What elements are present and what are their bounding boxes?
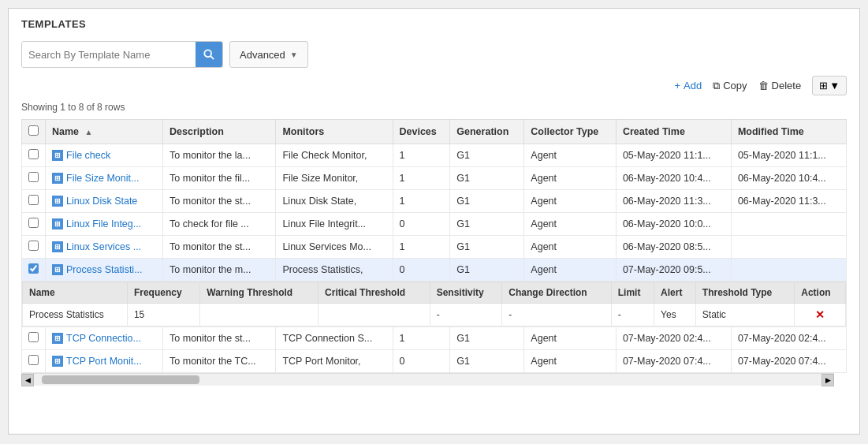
table-wrapper[interactable]: Name ▲ Description Monitors Devices Gene… bbox=[21, 119, 847, 373]
template-icon: ⊞ bbox=[52, 241, 63, 252]
scroll-right-arrow[interactable]: ▶ bbox=[821, 374, 834, 386]
add-button[interactable]: + Add bbox=[674, 80, 702, 91]
row-generation-cell: G1 bbox=[450, 259, 524, 282]
row-checkbox[interactable] bbox=[28, 355, 39, 365]
plus-icon: + bbox=[674, 80, 680, 91]
header-created-time[interactable]: Created Time bbox=[616, 120, 731, 144]
template-name-link[interactable]: ⊞ Linux File Integ... bbox=[52, 218, 156, 229]
header-checkbox-col bbox=[22, 120, 46, 144]
row-modified-time-cell: 06-May-2020 11:3... bbox=[731, 190, 846, 213]
row-monitors-cell: File Check Monitor, bbox=[276, 144, 393, 167]
row-created-time-cell: 06-May-2020 10:0... bbox=[616, 213, 731, 236]
row-count: Showing 1 to 8 of 8 rows bbox=[21, 102, 847, 113]
template-name: TCP Port Monit... bbox=[66, 356, 142, 367]
delete-monitor-button[interactable]: ✕ bbox=[815, 308, 825, 321]
expanded-col-header: Limit bbox=[611, 282, 654, 304]
horizontal-scrollbar[interactable]: ◀ ▶ bbox=[21, 373, 834, 386]
page-title: TEMPLATES bbox=[21, 18, 847, 30]
grid-view-button[interactable]: ⊞ ▼ bbox=[812, 76, 847, 95]
row-modified-time-cell bbox=[731, 213, 846, 236]
row-description-cell: To monitor the st... bbox=[163, 190, 276, 213]
search-button[interactable] bbox=[196, 42, 222, 67]
expanded-data-cell: - bbox=[502, 304, 611, 326]
template-name-link[interactable]: ⊞ TCP Connectio... bbox=[52, 333, 156, 344]
row-checkbox[interactable] bbox=[28, 241, 39, 251]
header-generation[interactable]: Generation bbox=[450, 120, 524, 144]
search-input[interactable] bbox=[22, 42, 196, 67]
row-checkbox[interactable] bbox=[28, 263, 39, 274]
h-scroll-track bbox=[34, 374, 821, 386]
copy-button[interactable]: ⧉ Copy bbox=[713, 80, 747, 92]
row-checkbox[interactable] bbox=[28, 149, 39, 159]
header-name[interactable]: Name ▲ bbox=[46, 120, 163, 144]
template-icon: ⊞ bbox=[52, 356, 63, 367]
row-description-cell: To monitor the TC... bbox=[163, 350, 276, 373]
expanded-col-header: Name bbox=[23, 282, 128, 304]
row-collector-type-cell: Agent bbox=[524, 213, 617, 236]
row-modified-time-cell: 06-May-2020 10:4... bbox=[731, 167, 846, 190]
expanded-col-header: Alert bbox=[654, 282, 696, 304]
row-generation-cell: G1 bbox=[450, 190, 524, 213]
templates-table: Name ▲ Description Monitors Devices Gene… bbox=[21, 119, 847, 373]
delete-button[interactable]: 🗑 Delete bbox=[758, 80, 802, 91]
expanded-col-header: Action bbox=[795, 282, 846, 304]
advanced-button[interactable]: Advanced ▼ bbox=[229, 41, 308, 68]
row-checkbox[interactable] bbox=[28, 172, 39, 182]
row-devices-cell: 1 bbox=[393, 144, 450, 167]
template-name-link[interactable]: ⊞ Linux Disk State bbox=[52, 196, 156, 207]
table-body: ⊞ File check To monitor the la... File C… bbox=[22, 144, 847, 373]
template-name-link[interactable]: ⊞ File Size Monit... bbox=[52, 173, 156, 184]
header-monitors[interactable]: Monitors bbox=[276, 120, 393, 144]
row-name-cell: ⊞ Linux Disk State bbox=[46, 190, 163, 213]
scroll-left-arrow[interactable]: ◀ bbox=[21, 374, 34, 386]
row-modified-time-cell bbox=[731, 236, 846, 259]
row-description-cell: To monitor the la... bbox=[163, 144, 276, 167]
row-monitors-cell: File Size Monitor, bbox=[276, 167, 393, 190]
row-description-cell: To monitor the m... bbox=[163, 259, 276, 282]
template-name: Linux Disk State bbox=[66, 196, 137, 207]
template-name: Linux File Integ... bbox=[66, 218, 141, 229]
expanded-data-cell bbox=[200, 304, 319, 326]
row-generation-cell: G1 bbox=[450, 350, 524, 373]
row-checkbox[interactable] bbox=[28, 195, 39, 205]
header-description[interactable]: Description bbox=[163, 120, 276, 144]
row-devices-cell: 1 bbox=[393, 167, 450, 190]
row-checkbox[interactable] bbox=[28, 218, 39, 228]
template-name: Linux Services ... bbox=[66, 241, 141, 252]
row-name-cell: ⊞ TCP Port Monit... bbox=[46, 350, 163, 373]
row-checkbox-cell bbox=[22, 259, 46, 282]
header-modified-time[interactable]: Modified Time bbox=[731, 120, 846, 144]
header-devices[interactable]: Devices bbox=[393, 120, 450, 144]
row-created-time-cell: 07-May-2020 02:4... bbox=[616, 327, 731, 350]
grid-dropdown-icon: ▼ bbox=[829, 80, 840, 91]
expanded-col-header: Change Direction bbox=[502, 282, 611, 304]
row-created-time-cell: 05-May-2020 11:1... bbox=[616, 144, 731, 167]
expanded-col-header: Frequency bbox=[127, 282, 199, 304]
row-description-cell: To monitor the st... bbox=[163, 236, 276, 259]
expanded-data-cell: 15 bbox=[127, 304, 199, 326]
row-checkbox-cell bbox=[22, 144, 46, 167]
template-name-link[interactable]: ⊞ TCP Port Monit... bbox=[52, 356, 156, 367]
chevron-down-icon: ▼ bbox=[290, 50, 298, 59]
template-name-link[interactable]: ⊞ Linux Services ... bbox=[52, 241, 156, 252]
row-monitors-cell: Linux File Integrit... bbox=[276, 213, 393, 236]
row-created-time-cell: 07-May-2020 09:5... bbox=[616, 259, 731, 282]
row-monitors-cell: Process Statistics, bbox=[276, 259, 393, 282]
row-name-cell: ⊞ File Size Monit... bbox=[46, 167, 163, 190]
template-icon: ⊞ bbox=[52, 173, 63, 184]
header-collector-type[interactable]: Collector Type bbox=[524, 120, 617, 144]
row-checkbox-cell bbox=[22, 350, 46, 373]
row-devices-cell: 0 bbox=[393, 350, 450, 373]
row-modified-time-cell: 07-May-2020 07:4... bbox=[731, 350, 846, 373]
row-devices-cell: 1 bbox=[393, 190, 450, 213]
expanded-col-header: Critical Threshold bbox=[319, 282, 430, 304]
template-name: TCP Connectio... bbox=[66, 333, 141, 344]
delete-label: Delete bbox=[772, 80, 802, 91]
row-monitors-cell: Linux Services Mo... bbox=[276, 236, 393, 259]
row-checkbox-cell bbox=[22, 213, 46, 236]
row-checkbox[interactable] bbox=[28, 332, 39, 342]
template-name-link[interactable]: ⊞ Process Statisti... bbox=[52, 264, 156, 275]
template-name-link[interactable]: ⊞ File check bbox=[52, 150, 156, 161]
expanded-data-row: Process Statistics15---YesStatic✕ bbox=[23, 304, 846, 326]
select-all-checkbox[interactable] bbox=[28, 125, 39, 136]
